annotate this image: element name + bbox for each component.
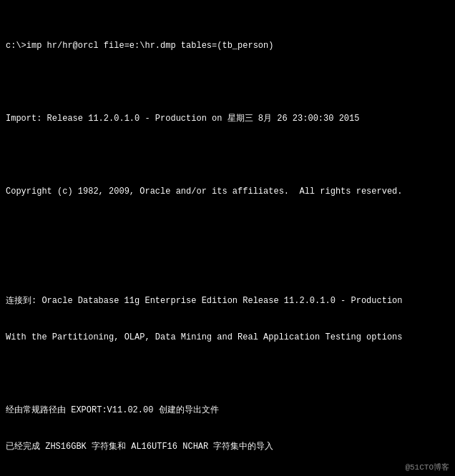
charset-done-1: 已经完成 ZHS16GBK 字符集和 AL16UTF16 NCHAR 字符集中的…: [6, 441, 449, 453]
blank-1: [6, 76, 449, 89]
blank-5: [6, 368, 449, 380]
blank-3: [6, 222, 449, 234]
connect-line-1: 连接到: Oracle Database 11g Enterprise Edit…: [6, 295, 449, 307]
connect-line-2: With the Partitioning, OLAP, Data Mining…: [6, 332, 449, 344]
copyright-1: Copyright (c) 1982, 2009, Oracle and/or …: [6, 186, 449, 198]
blank-2: [6, 149, 449, 162]
watermark: @51CTO博客: [405, 462, 449, 473]
blank-4: [6, 259, 449, 271]
export-path-1: 经由常规路径由 EXPORT:V11.02.00 创建的导出文件: [6, 405, 449, 417]
terminal-window: c:\>imp hr/hr@orcl file=e:\hr.dmp tables…: [6, 4, 449, 476]
import-release-1: Import: Release 11.2.0.1.0 - Production …: [6, 113, 449, 125]
cmd-line-1: c:\>imp hr/hr@orcl file=e:\hr.dmp tables…: [6, 40, 449, 52]
